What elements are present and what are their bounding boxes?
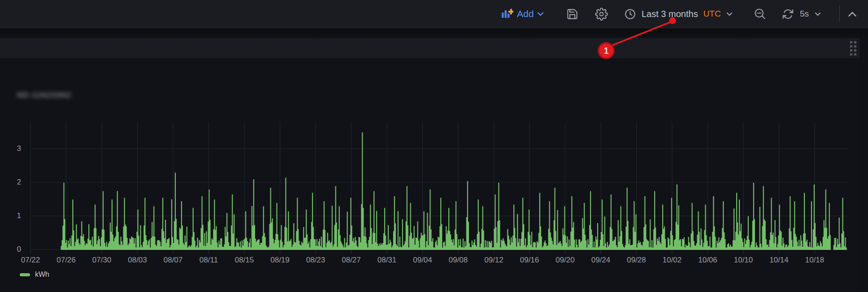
bar-chart-plus-icon: [501, 9, 513, 19]
refresh-interval-label[interactable]: 5s: [800, 9, 809, 19]
collapse-toolbar-button[interactable]: [848, 0, 857, 28]
panel-drag-handle-icon[interactable]: [850, 41, 858, 56]
toolbar-divider: [839, 5, 840, 22]
add-button-label: Add: [517, 9, 534, 19]
chevron-down-icon: [537, 12, 544, 16]
chevron-down-icon[interactable]: [815, 12, 821, 16]
refresh-button[interactable]: [782, 8, 794, 20]
save-icon: [566, 8, 578, 20]
dashboard: Add: [0, 0, 868, 292]
gear-icon: [595, 8, 608, 21]
dashboard-toolbar: Add: [0, 0, 868, 28]
timeseries-chart[interactable]: [0, 0, 868, 292]
refresh-control: 5s: [782, 0, 821, 28]
annotation-badge: 1: [598, 42, 615, 59]
time-range-label: Last 3 months: [642, 9, 698, 19]
dashboard-settings-button[interactable]: [595, 0, 608, 28]
clock-icon: [624, 8, 636, 20]
zoom-out-time-button[interactable]: [754, 0, 766, 28]
save-dashboard-button[interactable]: [566, 0, 578, 28]
time-range-picker[interactable]: Last 3 months UTC: [624, 0, 733, 28]
add-panel-button[interactable]: Add: [501, 0, 544, 28]
chevron-down-icon: [726, 12, 733, 16]
timezone-label: UTC: [703, 9, 721, 19]
chevron-up-icon: [848, 11, 857, 17]
zoom-out-icon: [754, 8, 766, 20]
